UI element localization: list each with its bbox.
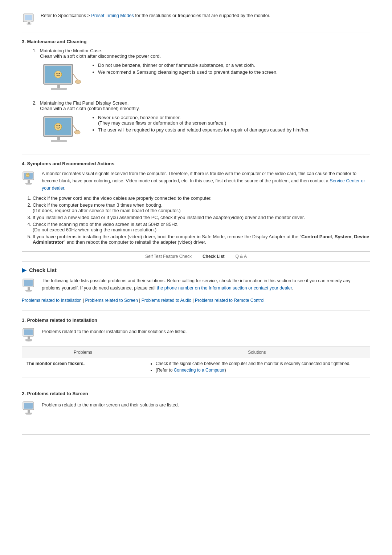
link-audio[interactable]: Problems related to Audio <box>142 298 191 303</box>
link-remote[interactable]: Problems related to Remote Control <box>195 298 264 303</box>
nav-qa[interactable]: Q & A <box>236 254 247 259</box>
monitor-illustration-2 <box>40 115 83 147</box>
table-col-problems: Problems <box>22 347 144 358</box>
item2-bullet-1: Never use acetone, benzene or thinner. (… <box>98 115 370 126</box>
item1-sub: Clean with a soft cloth after disconnect… <box>40 53 161 59</box>
checklist-title: Check List <box>29 267 57 273</box>
svg-rect-32 <box>24 280 33 286</box>
section3-title: 3. Maintenance and Cleaning <box>22 39 370 44</box>
problems-screen-icon <box>22 400 38 416</box>
preset-timing-link[interactable]: Preset Timing Modes <box>91 13 134 18</box>
solution-bullets: Check if the signal cable between the co… <box>156 361 366 373</box>
item1-bullet-2: We recommend a Samsung cleansing agent i… <box>98 69 370 75</box>
checklist-links-row: Problems related to Installation | Probl… <box>22 297 370 304</box>
table-row: The monitor screen flickers. Check if th… <box>22 358 370 377</box>
installation-table: Problems Solutions The monitor screen fl… <box>22 347 370 377</box>
section-maintenance: 3. Maintenance and Cleaning 1. Maintaini… <box>22 39 370 147</box>
svg-line-9 <box>73 73 78 81</box>
problems-installation-icon <box>22 327 38 343</box>
checklist-intro-row: The following table lists possible probl… <box>22 277 370 293</box>
screen-table <box>22 420 370 435</box>
svg-point-20 <box>54 123 62 130</box>
top-note-text: Refer to Specifications > Preset Timing … <box>41 11 270 19</box>
section4-icon <box>22 170 38 186</box>
svg-rect-42 <box>24 403 33 409</box>
nav-bar: Self Test Feature Check Check List Q & A <box>22 251 370 262</box>
problems-installation-section: 1. Problems related to Installation Prob… <box>22 317 370 377</box>
svg-rect-34 <box>25 290 32 291</box>
svg-point-35 <box>26 291 32 292</box>
screen-table-cell-2 <box>144 420 370 435</box>
item1-title: Maintaining the Monitor Case. <box>40 48 102 53</box>
maintenance-item1: 1. Maintaining the Monitor Case. Clean w… <box>29 48 370 95</box>
symptoms-item-4: Check if the scanning ratio of the video… <box>33 222 370 232</box>
symptoms-item-5: If you have problems in installing the a… <box>33 234 370 245</box>
checklist-intro-text: The following table lists possible probl… <box>42 277 370 292</box>
svg-point-29 <box>27 174 28 175</box>
checklist-icon <box>22 277 38 293</box>
service-center-link[interactable]: Service Center or your dealer <box>42 178 365 191</box>
solution-bullet-1: Check if the signal cable between the co… <box>156 361 366 366</box>
nav-checklist[interactable]: Check List <box>203 254 225 259</box>
item2-bullet-2: The user will be required to pay costs a… <box>98 127 370 133</box>
svg-rect-16 <box>57 137 60 140</box>
svg-rect-38 <box>28 336 30 339</box>
item2-bullet-list: Never use acetone, benzene or thinner. (… <box>98 115 370 133</box>
divider-2 <box>22 154 370 154</box>
svg-point-22 <box>59 125 60 126</box>
maintenance-item1-content: Do not use benzene, thinner or other fla… <box>40 62 370 95</box>
svg-point-19 <box>74 130 80 134</box>
link-screen[interactable]: Problems related to Screen <box>85 298 138 303</box>
problems-installation-title: 1. Problems related to Installation <box>22 317 370 323</box>
maintenance-item2-content: Never use acetone, benzene or thinner. (… <box>40 115 370 147</box>
nav-self-test[interactable]: Self Test Feature Check <box>145 254 192 259</box>
top-note: Refer to Specifications > Preset Timing … <box>22 11 370 25</box>
svg-rect-39 <box>25 339 32 341</box>
problems-installation-intro-row: Problems related to the monitor installa… <box>22 327 370 343</box>
svg-rect-1 <box>25 15 32 20</box>
svg-point-27 <box>26 184 32 185</box>
item1-bullet-1: Do not use benzene, thinner or other fla… <box>98 62 370 68</box>
maintenance-item2: 2. Maintaining the Flat Panel Display Sc… <box>29 100 370 147</box>
item1-bullet-list: Do not use benzene, thinner or other fla… <box>98 62 370 75</box>
svg-point-10 <box>75 80 81 84</box>
section-symptoms: 4. Symptoms and Recommended Actions A mo… <box>22 161 370 245</box>
solution-bullet-2: (Refer to Connecting to a Computer) <box>156 368 366 373</box>
screen-table-cell-1 <box>22 420 144 435</box>
svg-rect-7 <box>57 84 60 88</box>
checklist-blue-c: ▶ <box>22 267 26 274</box>
table-cell-problem: The monitor screen flickers. <box>22 358 144 377</box>
svg-rect-8 <box>51 88 67 90</box>
svg-point-28 <box>26 173 29 177</box>
divider-4 <box>22 384 370 384</box>
item2-sub: Clean with a soft cloth (cotton flannel)… <box>40 106 140 111</box>
svg-point-11 <box>54 71 62 78</box>
connecting-link[interactable]: Connecting to a Computer <box>174 368 225 373</box>
link-installation[interactable]: Problems related to Installation <box>22 298 82 303</box>
table-cell-solution: Check if the signal cable between the co… <box>144 358 370 377</box>
section4-intro-text: A monitor recreates visual signals recei… <box>42 170 370 192</box>
svg-rect-3 <box>27 21 31 23</box>
svg-point-21 <box>57 125 58 126</box>
checklist-section: ▶ Check List The following table lists p… <box>22 267 370 435</box>
svg-point-4 <box>26 23 32 25</box>
svg-rect-33 <box>28 287 30 290</box>
problems-screen-intro-row: Problems related to the monitor screen a… <box>22 400 370 416</box>
section4-title: 4. Symptoms and Recommended Actions <box>22 161 370 166</box>
problems-installation-intro: Problems related to the monitor installa… <box>42 327 187 335</box>
phone-number-link[interactable]: the phone number on the Information sect… <box>157 285 292 291</box>
divider-1 <box>22 32 370 32</box>
svg-rect-26 <box>25 183 32 184</box>
svg-point-30 <box>28 174 29 175</box>
item2-bullets-container: Never use acetone, benzene or thinner. (… <box>91 115 370 134</box>
item2-title: Maintaining the Flat Panel Display Scree… <box>40 100 128 106</box>
section4-intro-row: A monitor recreates visual signals recei… <box>22 170 370 192</box>
svg-point-12 <box>57 73 58 74</box>
divider-3 <box>22 311 370 311</box>
problems-screen-intro: Problems related to the monitor screen a… <box>42 400 179 409</box>
table-col-solutions: Solutions <box>144 347 370 358</box>
svg-point-40 <box>26 341 32 342</box>
screen-table-empty-row <box>22 420 370 435</box>
checklist-header: ▶ Check List <box>22 267 370 274</box>
svg-rect-43 <box>28 410 30 413</box>
